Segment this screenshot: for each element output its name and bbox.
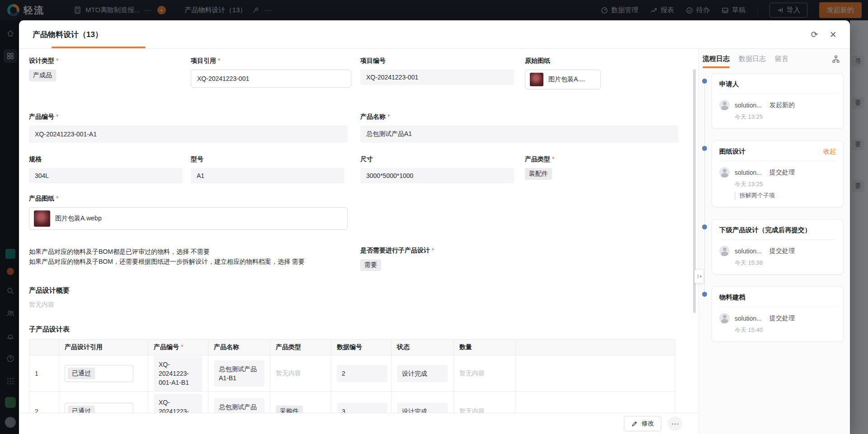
user-action: 发起新的 xyxy=(769,101,795,109)
avatar xyxy=(719,246,730,256)
field-project-no: 项目编号 XQ-20241223-001 xyxy=(360,57,525,89)
product-name-value: 总包测试产品A1 xyxy=(360,126,679,143)
modal-footer: 修改 xyxy=(19,413,698,434)
note-line: 如果产品对应的物料及子BOM都是已评审过的物料，选择 不需要 xyxy=(29,247,360,257)
avatar xyxy=(719,100,730,110)
cell-data-no: 3 xyxy=(337,403,387,413)
form-scroll-area[interactable]: 设计类型 产成品 项目引用 XQ-20241223-001 项目编号 XQ-20… xyxy=(19,49,698,413)
field-label: 是否需要进行子产品设计 xyxy=(360,247,685,255)
log-card-applicant: 申请人 solution... 发起新的 今天 13:25 xyxy=(712,73,844,129)
design-ref-input[interactable]: 已通过 xyxy=(65,365,133,382)
design-ref-tag: 已通过 xyxy=(68,406,95,413)
cell-qty: 暂无内容 xyxy=(459,407,485,413)
log-card-sub-product-design: 下级产品设计（完成后再提交） solution... 提交处理 今天 15:38 xyxy=(712,219,844,275)
section-title: 产品设计概要 xyxy=(29,286,685,295)
product-no-value: XQ-20241223-001-A1 xyxy=(29,126,348,143)
file-name: 图片包装A.webp xyxy=(55,215,102,223)
field-design-summary: 产品设计概要 暂无内容 xyxy=(29,286,685,309)
file-thumbnail xyxy=(34,210,50,227)
field-label: 产品编号 xyxy=(29,113,360,121)
edit-label: 修改 xyxy=(642,420,654,428)
field-product-type: 产品类型 装配件 xyxy=(525,155,685,183)
col-product-name: 产品名称 xyxy=(208,340,270,355)
flow-chart-icon[interactable] xyxy=(832,55,840,65)
field-design-type: 设计类型 产成品 xyxy=(29,57,191,89)
timeline-item: 图纸设计 收起 solution... 提交处理 今天 13:25 拆解两个子项 xyxy=(712,140,844,207)
table-row: 2 已通过 XQ-20241223-001-A1-B2 总包测试产品A1B2 采… xyxy=(29,392,675,413)
design-type-value-tag: 产成品 xyxy=(29,70,56,81)
sub-product-table: 产品设计引用 产品编号 产品名称 产品类型 数据编号 状态 数量 1 已通过 X… xyxy=(29,339,675,413)
product-type-value-tag: 装配件 xyxy=(525,168,552,180)
cell-status: 设计完成 xyxy=(397,365,448,382)
file-thumbnail xyxy=(530,73,543,86)
card-title: 申请人 xyxy=(719,80,739,89)
col-data-no: 数据编号 xyxy=(331,340,392,355)
user-name[interactable]: solution... xyxy=(735,169,762,176)
card-title: 物料建档 xyxy=(719,293,745,302)
sub-table-title: 子产品设计表 xyxy=(29,325,685,334)
field-size: 尺寸 3000*5000*1000 xyxy=(360,155,525,183)
design-ref-tag: 已通过 xyxy=(68,368,95,379)
field-label: 规格 xyxy=(29,155,191,163)
spec-value: 304L xyxy=(29,168,183,183)
timestamp: 今天 13:25 xyxy=(735,180,836,188)
field-label: 型号 xyxy=(191,155,360,163)
size-value: 3000*5000*1000 xyxy=(360,168,514,183)
log-card-material-archive: 物料建档 solution... 提交处理 今天 15:40 xyxy=(712,286,844,342)
modal-title: 产品物料设计（13） xyxy=(33,29,103,40)
cell-product-no: XQ-20241223-001-A1-B2 xyxy=(154,394,203,413)
user-action: 提交处理 xyxy=(769,314,795,322)
field-product-name: 产品名称 总包测试产品A1 xyxy=(360,113,685,143)
tab-comments[interactable]: 留言 xyxy=(775,53,788,63)
cell-extra xyxy=(516,355,675,392)
row-index: 1 xyxy=(29,355,59,392)
cell-product-name: 总包测试产品A1-B1 xyxy=(214,360,264,387)
close-icon[interactable] xyxy=(830,29,836,40)
tab-data-log[interactable]: 数据日志 xyxy=(739,53,766,63)
col-index xyxy=(29,340,59,355)
product-drawing-file[interactable]: 图片包装A.webp xyxy=(29,207,348,230)
timeline-item: 申请人 solution... 发起新的 今天 13:25 xyxy=(712,73,844,129)
refresh-icon[interactable] xyxy=(811,29,818,40)
record-detail-modal: 产品物料设计（13） 设计类型 产成品 项目引用 XQ-20241223-001 xyxy=(19,20,850,434)
pencil-icon xyxy=(631,420,638,427)
cell-qty: 暂无内容 xyxy=(459,369,485,377)
field-label: 产品类型 xyxy=(525,155,685,163)
field-label: 设计类型 xyxy=(29,57,191,65)
user-name[interactable]: solution... xyxy=(735,315,762,322)
panel-collapse-handle[interactable] xyxy=(694,269,704,284)
cell-extra xyxy=(516,392,675,413)
cell-status: 设计完成 xyxy=(397,403,448,413)
field-label: 项目编号 xyxy=(360,57,525,65)
tab-process-log[interactable]: 流程日志 xyxy=(703,53,730,68)
row-index: 2 xyxy=(29,392,59,413)
project-ref-input[interactable]: XQ-20241223-001 xyxy=(191,70,351,88)
process-timeline: 申请人 solution... 发起新的 今天 13:25 图纸设计 xyxy=(712,73,844,342)
field-model: 型号 A1 xyxy=(191,155,360,183)
field-product-no: 产品编号 XQ-20241223-001-A1 xyxy=(29,113,360,143)
avatar xyxy=(719,167,730,177)
log-panel: 流程日志 数据日志 留言 申请人 solution... xyxy=(698,49,850,434)
timestamp: 今天 15:40 xyxy=(735,326,836,334)
field-spec: 规格 304L xyxy=(29,155,191,183)
more-actions-button[interactable] xyxy=(668,416,682,431)
cell-data-no: 2 xyxy=(337,365,387,382)
original-drawing-file[interactable]: 图片包装A.... xyxy=(525,70,601,89)
timestamp: 今天 15:38 xyxy=(735,259,836,267)
active-tab-indicator xyxy=(52,47,146,48)
collapse-link[interactable]: 收起 xyxy=(823,148,836,156)
col-status: 状态 xyxy=(392,340,454,355)
edit-button[interactable]: 修改 xyxy=(624,416,661,431)
col-qty: 数量 xyxy=(454,340,516,355)
field-project-ref: 项目引用 XQ-20241223-001 xyxy=(191,57,360,89)
expand-panel-icon xyxy=(697,274,702,279)
design-ref-input[interactable]: 已通过 xyxy=(65,403,133,413)
user-name[interactable]: solution... xyxy=(735,102,762,109)
sub-design-note: 如果产品对应的物料及子BOM都是已评审过的物料，选择 不需要 如果产品对应的物料… xyxy=(29,247,360,271)
user-name[interactable]: solution... xyxy=(735,247,762,255)
user-action: 提交处理 xyxy=(769,247,795,255)
field-product-drawing: 产品图纸 图片包装A.webp xyxy=(29,195,685,230)
log-panel-tabs: 流程日志 数据日志 留言 xyxy=(703,53,850,69)
field-label: 尺寸 xyxy=(360,155,525,163)
cell-product-type: 暂无内容 xyxy=(276,369,301,377)
